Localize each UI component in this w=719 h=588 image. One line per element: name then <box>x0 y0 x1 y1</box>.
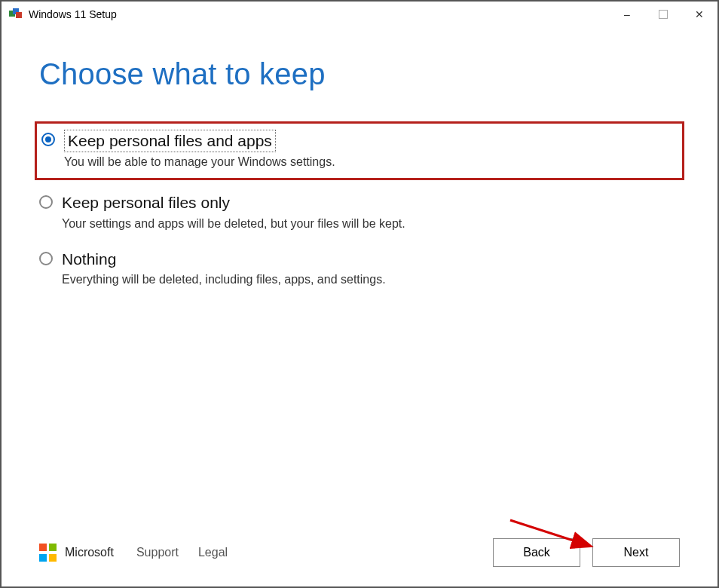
window-controls: – ✕ <box>609 2 717 27</box>
option-description: Everything will be deleted, including fi… <box>62 273 386 286</box>
svg-rect-2 <box>16 12 22 18</box>
back-button[interactable]: Back <box>493 538 580 567</box>
legal-link[interactable]: Legal <box>198 546 228 559</box>
option-nothing[interactable]: Nothing Everything will be deleted, incl… <box>39 244 680 300</box>
option-text: Keep personal files only Your settings a… <box>62 192 405 230</box>
page-title: Choose what to keep <box>39 57 680 91</box>
maximize-button[interactable] <box>645 2 681 27</box>
option-keep-files-and-apps[interactable]: Keep personal files and apps You will be… <box>35 121 684 180</box>
minimize-button[interactable]: – <box>609 2 645 27</box>
footer: Microsoft Support Legal Back Next <box>2 531 717 586</box>
radio-keep-files-and-apps[interactable] <box>41 133 55 146</box>
windows-setup-icon <box>9 8 23 21</box>
option-label: Nothing <box>62 249 386 270</box>
option-label: Keep personal files and apps <box>64 130 276 152</box>
option-description: Your settings and apps will be deleted, … <box>62 217 405 231</box>
microsoft-logo-icon <box>39 544 57 562</box>
option-description: You will be able to manage your Windows … <box>64 155 335 169</box>
keep-options-group: Keep personal files and apps You will be… <box>39 121 680 300</box>
titlebar: Windows 11 Setup – ✕ <box>2 2 717 27</box>
radio-nothing[interactable] <box>39 252 53 265</box>
next-button[interactable]: Next <box>592 538 680 567</box>
footer-links: Support Legal <box>136 546 228 559</box>
radio-keep-files-only[interactable] <box>39 195 53 209</box>
option-text: Nothing Everything will be deleted, incl… <box>62 249 386 286</box>
window-title: Windows 11 Setup <box>29 8 117 20</box>
maximize-icon <box>659 10 668 19</box>
content-area: Choose what to keep Keep personal files … <box>2 27 717 531</box>
brand-text: Microsoft <box>65 546 114 559</box>
setup-window: Windows 11 Setup – ✕ Choose what to keep… <box>0 0 719 588</box>
close-button[interactable]: ✕ <box>681 2 717 27</box>
option-text: Keep personal files and apps You will be… <box>64 130 335 169</box>
support-link[interactable]: Support <box>136 546 179 559</box>
option-label: Keep personal files only <box>62 192 405 213</box>
option-keep-files-only[interactable]: Keep personal files only Your settings a… <box>39 188 680 243</box>
